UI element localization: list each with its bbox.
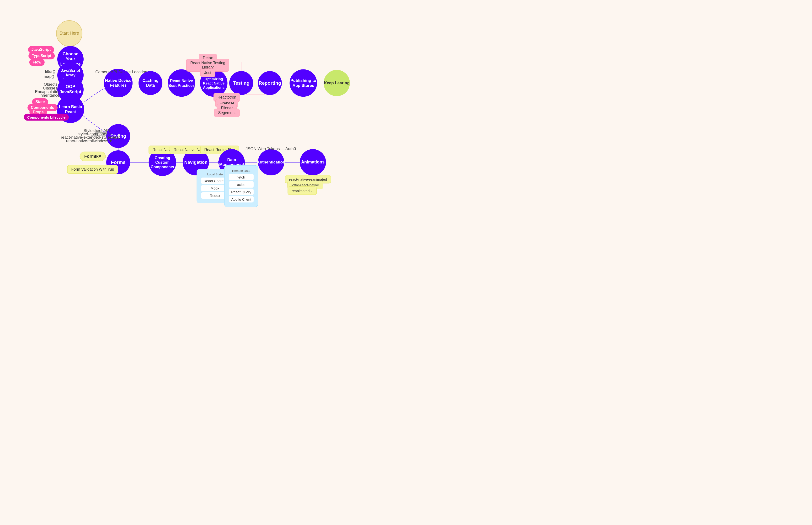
remote-data-group: Remote Data fetch axios React Query Apol… <box>224 165 258 207</box>
tag-form-validation[interactable]: Form Validation With Yup <box>67 165 118 174</box>
start-node: Start Here <box>56 20 82 46</box>
caching-data-node[interactable]: Caching Data <box>139 71 162 95</box>
tag-reanimated2[interactable]: reanimated 2 <box>288 186 317 195</box>
animations-node[interactable]: Animations <box>300 149 326 175</box>
item-axios[interactable]: axios <box>229 181 253 188</box>
item-fetch[interactable]: fetch <box>229 174 253 180</box>
label-camera-api: Camera API <box>95 70 117 74</box>
item-apollo-client[interactable]: Apollo Client <box>229 196 253 202</box>
tag-jest[interactable]: Jest <box>200 69 215 77</box>
remote-data-title: Remote Data <box>229 169 253 172</box>
testing-node[interactable]: Testing <box>229 71 253 95</box>
tag-flow[interactable]: Flow <box>29 59 45 66</box>
start-label: Start Here <box>59 31 79 36</box>
label-inheritance: Inheritance <box>39 93 59 98</box>
label-map: map() <box>44 74 54 79</box>
label-json-web-tokens: JSON Web Tokens <box>246 147 280 151</box>
react-native-best-practices-node[interactable]: React NativeBest Practices <box>168 70 195 97</box>
label-filter: filter() <box>45 69 55 74</box>
canvas: Start Here Choose YourLanguage JavaScrip… <box>0 0 812 525</box>
tag-components-lifecycle[interactable]: Components Lifecycle <box>24 114 69 121</box>
reporting-node[interactable]: Reporting <box>258 71 282 95</box>
label-auth0: Auth0 <box>285 147 296 151</box>
tag-segement[interactable]: Segement <box>214 108 240 117</box>
authentication-node[interactable]: Authentication <box>258 149 284 175</box>
tag-formik[interactable]: Formik♥ <box>80 152 106 161</box>
keep-learning-node[interactable]: Keep Learing <box>323 70 350 96</box>
tag-typescript[interactable]: TypeScript <box>28 52 55 59</box>
label-react-native-tailwind: react-native-tailwindcss ♥ <box>66 139 112 144</box>
publishing-node[interactable]: Publishing toApp Stores <box>290 70 317 97</box>
item-react-query[interactable]: React Query <box>229 189 253 195</box>
